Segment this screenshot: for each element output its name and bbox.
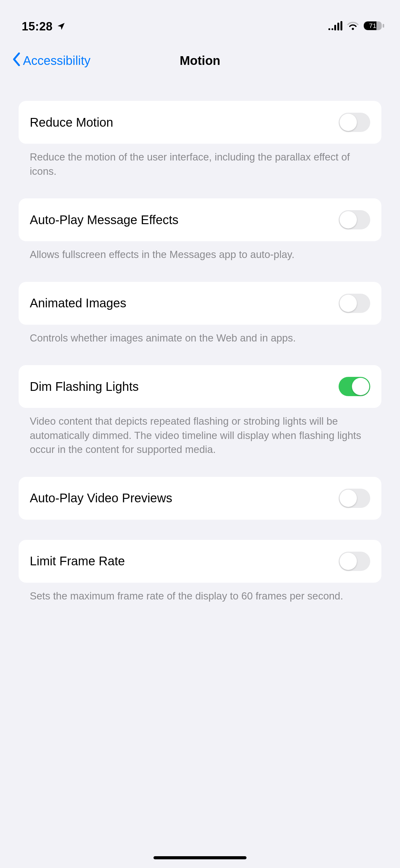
home-indicator[interactable] xyxy=(154,856,246,859)
setting-row-reduce-motion[interactable]: Reduce Motion xyxy=(19,101,381,144)
setting-label: Animated Images xyxy=(30,296,126,310)
setting-group-autoplay-video-previews: Auto-Play Video Previews xyxy=(19,477,381,520)
status-left: 15:28 xyxy=(22,20,66,33)
setting-footer: Video content that depicts repeated flas… xyxy=(19,408,381,457)
chevron-left-icon xyxy=(12,53,21,69)
setting-label: Auto-Play Message Effects xyxy=(30,213,178,227)
toggle-dim-flashing-lights[interactable] xyxy=(339,377,370,396)
setting-group-autoplay-message-effects: Auto-Play Message Effects Allows fullscr… xyxy=(19,198,381,262)
svg-rect-7 xyxy=(382,24,384,28)
svg-rect-2 xyxy=(334,25,336,30)
back-label: Accessibility xyxy=(23,54,91,68)
setting-group-reduce-motion: Reduce Motion Reduce the motion of the u… xyxy=(19,101,381,178)
setting-row-limit-frame-rate[interactable]: Limit Frame Rate xyxy=(19,540,381,583)
setting-row-animated-images[interactable]: Animated Images xyxy=(19,282,381,325)
toggle-reduce-motion[interactable] xyxy=(339,113,370,132)
svg-rect-3 xyxy=(337,23,339,30)
svg-rect-4 xyxy=(340,21,342,30)
wifi-icon xyxy=(347,22,359,31)
status-time: 15:28 xyxy=(22,20,53,33)
setting-footer: Sets the maximum frame rate of the displ… xyxy=(19,583,381,603)
toggle-limit-frame-rate[interactable] xyxy=(339,552,370,571)
location-services-icon xyxy=(57,22,66,32)
svg-point-0 xyxy=(328,28,330,30)
setting-label: Auto-Play Video Previews xyxy=(30,491,172,505)
setting-row-dim-flashing-lights[interactable]: Dim Flashing Lights xyxy=(19,365,381,408)
toggle-animated-images[interactable] xyxy=(339,294,370,313)
setting-group-animated-images: Animated Images Controls whether images … xyxy=(19,282,381,345)
setting-group-limit-frame-rate: Limit Frame Rate Sets the maximum frame … xyxy=(19,540,381,603)
setting-row-autoplay-video-previews[interactable]: Auto-Play Video Previews xyxy=(19,477,381,520)
status-right: 71 xyxy=(328,21,385,32)
toggle-autoplay-video-previews[interactable] xyxy=(339,489,370,508)
setting-label: Dim Flashing Lights xyxy=(30,380,139,394)
setting-label: Reduce Motion xyxy=(30,116,113,129)
svg-point-5 xyxy=(352,28,354,30)
battery-icon: 71 xyxy=(363,21,385,32)
setting-footer: Allows fullscreen effects in the Message… xyxy=(19,241,381,262)
status-bar: 15:28 xyxy=(0,9,400,43)
setting-row-autoplay-message-effects[interactable]: Auto-Play Message Effects xyxy=(19,198,381,241)
cellular-signal-icon xyxy=(328,21,342,32)
setting-label: Limit Frame Rate xyxy=(30,554,125,568)
settings-list: Reduce Motion Reduce the motion of the u… xyxy=(0,101,400,603)
back-button[interactable]: Accessibility xyxy=(12,53,91,69)
battery-percent: 71 xyxy=(363,21,382,31)
svg-point-1 xyxy=(331,28,333,30)
page-title: Motion xyxy=(179,54,220,68)
toggle-autoplay-message-effects[interactable] xyxy=(339,210,370,229)
setting-footer: Controls whether images animate on the W… xyxy=(19,325,381,345)
nav-header: Accessibility Motion xyxy=(0,43,400,78)
setting-group-dim-flashing-lights: Dim Flashing Lights Video content that d… xyxy=(19,365,381,457)
setting-footer: Reduce the motion of the user interface,… xyxy=(19,144,381,178)
